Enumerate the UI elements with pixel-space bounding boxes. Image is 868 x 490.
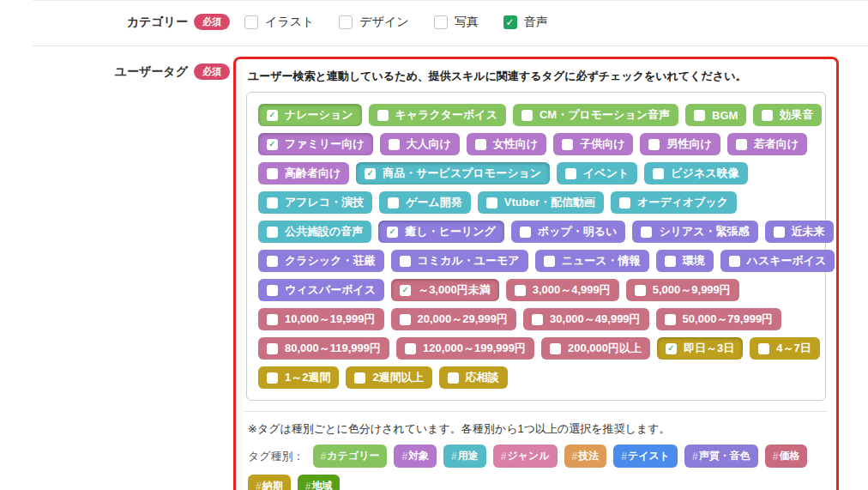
user-tag[interactable]: 1～2週間	[258, 366, 339, 389]
tag-checkbox-icon	[267, 285, 278, 296]
user-tag[interactable]: 女性向け	[467, 133, 546, 155]
user-tag[interactable]: 2週間以上	[346, 366, 431, 389]
tag-checkbox-icon	[377, 110, 389, 121]
tag-checkbox-checked-icon: ✓	[400, 285, 411, 296]
user-tag-label: ナレーション	[285, 107, 353, 123]
user-tag[interactable]: 公共施設の音声	[258, 221, 371, 243]
user-tag[interactable]: 30,000～49,999円	[523, 308, 649, 330]
user-tag[interactable]: 5,000～9,999円	[626, 279, 739, 301]
user-tag[interactable]: Vtuber・配信動画	[478, 191, 604, 214]
user-tag-label: 商品・サービスプロモーション	[383, 166, 541, 181]
user-tag-label: 200,000円以上	[568, 341, 642, 356]
tag-checkbox-icon	[550, 343, 561, 354]
user-tag[interactable]: 200,000円以上	[541, 337, 650, 360]
user-tag[interactable]: ウィスパーボイス	[258, 279, 384, 301]
tag-type-chip: #用途	[443, 445, 486, 468]
user-tag[interactable]: 効果音	[753, 104, 822, 126]
hash-icon: #	[401, 451, 407, 463]
user-tag[interactable]: ハスキーボイス	[720, 250, 835, 272]
user-tag[interactable]: 120,000～199,999円	[396, 337, 534, 360]
hash-icon: #	[773, 451, 779, 463]
category-option[interactable]: 写真	[434, 15, 479, 30]
user-tag[interactable]: ✓～3,000円未満	[391, 279, 499, 301]
category-option[interactable]: イラスト	[244, 15, 314, 30]
user-tag[interactable]: ✓ナレーション	[258, 104, 362, 126]
category-row: カテゴリー 必須 イラストデザイン写真✓音声	[33, 0, 868, 46]
user-tag-label: Vtuber・配信動画	[504, 195, 595, 210]
user-tag[interactable]: 3,000～4,999円	[506, 279, 619, 301]
user-tag[interactable]: BGM	[685, 104, 746, 126]
user-tag[interactable]: ✓癒し・ヒーリング	[378, 221, 504, 243]
user-tag[interactable]: シリアス・緊張感	[632, 221, 757, 243]
user-tag-label: 効果音	[780, 107, 813, 123]
user-tag[interactable]: ポップ・明るい	[511, 221, 626, 243]
user-tag-required-badge: 必須	[194, 64, 230, 80]
tag-row: アフレコ・演技ゲーム開発Vtuber・配信動画オーディオブック	[258, 191, 814, 214]
tag-row: 10,000～19,999円20,000～29,999円30,000～49,99…	[258, 308, 814, 330]
user-tag[interactable]: 環境	[656, 250, 714, 272]
user-tag-label: 近未来	[792, 224, 825, 239]
tag-checkbox-icon	[774, 227, 785, 238]
user-tag[interactable]: CM・プロモーション音声	[513, 104, 678, 126]
tag-row: ✓ファミリー向け大人向け女性向け子供向け男性向け若者向け	[258, 133, 814, 155]
category-required-badge: 必須	[194, 14, 230, 30]
category-option[interactable]: デザイン	[339, 15, 408, 30]
user-tag-label: 80,000～119,999円	[285, 341, 381, 356]
user-tag[interactable]: クラシック・荘厳	[258, 250, 384, 272]
category-option-label: デザイン	[359, 15, 408, 30]
tag-type-chip: #技法	[564, 445, 607, 468]
user-tag[interactable]: 10,000～19,999円	[258, 308, 384, 330]
tag-type-chip-label: カテゴリー	[327, 449, 379, 463]
tag-checkbox-icon	[267, 314, 278, 325]
tag-row: 高齢者向け✓商品・サービスプロモーションイベントビジネス映像	[258, 162, 814, 185]
user-tag-label: シリアス・緊張感	[659, 224, 749, 239]
user-tag[interactable]: ✓商品・サービスプロモーション	[356, 162, 550, 185]
category-option[interactable]: ✓音声	[503, 15, 548, 30]
user-tag[interactable]: ニュース・情報	[535, 250, 649, 272]
user-tag-label: CM・プロモーション音声	[539, 107, 670, 123]
user-tag[interactable]: ✓即日～3日	[657, 337, 743, 360]
user-tag[interactable]: 子供向け	[553, 133, 633, 155]
tag-checkbox-icon	[267, 372, 278, 384]
user-tag-label: ポップ・明るい	[538, 224, 618, 239]
user-tag[interactable]: ビジネス映像	[644, 162, 747, 185]
hash-icon: #	[256, 481, 262, 490]
user-tag[interactable]: 高齢者向け	[258, 162, 349, 185]
user-tag-label: 3,000～4,999円	[533, 282, 611, 298]
checkbox-checked-icon: ✓	[503, 15, 517, 29]
user-tag[interactable]: 近未来	[765, 221, 834, 243]
user-tag-label: 公共施設の音声	[285, 224, 363, 239]
tag-checkbox-icon	[736, 139, 747, 150]
tag-checkbox-icon	[389, 139, 400, 150]
user-tag[interactable]: オーディオブック	[611, 191, 737, 214]
user-tag[interactable]: 若者向け	[727, 133, 807, 155]
tag-checkbox-icon	[388, 197, 399, 209]
user-tag[interactable]: ゲーム開発	[379, 191, 471, 214]
user-tag[interactable]: ✓ファミリー向け	[258, 133, 373, 155]
tag-type-chip: #地域	[298, 475, 341, 490]
tag-row: クラシック・荘厳コミカル・ユーモアニュース・情報環境ハスキーボイス	[258, 250, 814, 272]
user-tag[interactable]: アフレコ・演技	[258, 191, 372, 214]
tag-checkbox-icon	[758, 343, 769, 354]
user-tag[interactable]: 20,000～29,999円	[391, 308, 517, 330]
user-tag[interactable]: 男性向け	[640, 133, 720, 155]
user-tag[interactable]: 50,000～79,999円	[656, 308, 782, 330]
tag-type-chip-label: 対象	[408, 449, 429, 463]
user-tag[interactable]: キャラクターボイス	[369, 104, 506, 126]
user-tag-label: ハスキーボイス	[747, 253, 827, 269]
user-tag-label: 120,000～199,999円	[423, 341, 526, 356]
tag-checkbox-icon	[267, 227, 278, 238]
user-tag[interactable]: イベント	[557, 162, 637, 185]
hash-icon: #	[451, 451, 457, 463]
checkbox-icon	[434, 15, 448, 29]
tag-checkbox-checked-icon: ✓	[365, 168, 376, 179]
tag-checkbox-checked-icon: ✓	[267, 110, 278, 121]
checkbox-icon	[244, 15, 258, 29]
user-tag-label: 高齢者向け	[285, 166, 341, 181]
user-tag[interactable]: 大人向け	[380, 133, 460, 155]
user-tag[interactable]: コミカル・ユーモア	[391, 250, 528, 272]
user-tag[interactable]: 応相談	[439, 366, 508, 389]
user-tag[interactable]: 4～7日	[750, 337, 819, 360]
user-tag[interactable]: 80,000～119,999円	[258, 337, 389, 360]
tag-checkbox-icon	[267, 343, 278, 354]
